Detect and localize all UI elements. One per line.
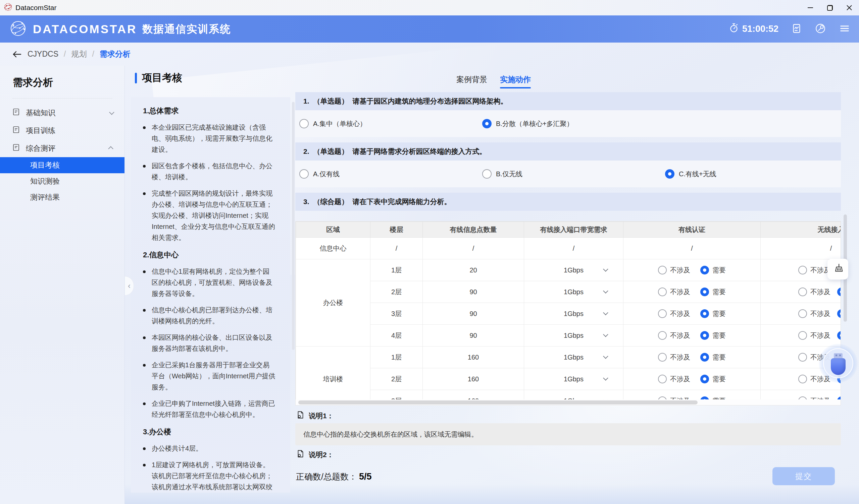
close-icon (846, 5, 852, 11)
timer-value: 51:00:52 (742, 24, 779, 34)
wireless-option-na[interactable]: 不涉及 (798, 331, 830, 340)
wireless-radio-group: 不涉及 (761, 309, 841, 318)
auth-option-na[interactable]: 不涉及 (658, 331, 690, 340)
case-bullet: 企业已采购1台服务器用于部署企业交易平台（Web网站），面向Internet用户… (143, 360, 275, 393)
question-2-options: A.仅有线 B.仅无线 C.有线+无线 (295, 160, 841, 187)
wireless-option-required[interactable] (837, 331, 841, 340)
area-cell: 信息中心 (296, 238, 371, 259)
sidebar-item-evaluation[interactable]: 综合测评 (0, 139, 124, 157)
bandwidth-select[interactable]: 1Gbps (524, 281, 623, 303)
sidebar-item-basics[interactable]: 基础知识 (0, 104, 124, 122)
product-name: 数据通信实训系统 (142, 22, 231, 36)
radio-unselected-icon (658, 375, 667, 383)
wireless-option-required[interactable] (837, 287, 841, 296)
tab-active-underline (500, 87, 531, 89)
question-1-header: 1.（单选题）请基于园区内建筑的地理分布选择园区网络架构。 (295, 92, 841, 110)
col-area: 区域 (296, 222, 371, 238)
back-arrow-icon[interactable] (12, 50, 22, 58)
chevron-down-icon (603, 375, 608, 381)
sidebar-item-project-training[interactable]: 项目训练 (0, 122, 124, 139)
radio-selected-icon (837, 331, 841, 340)
sidebar-item-label: 项目训练 (26, 126, 55, 136)
auth-option-required[interactable]: 需要 (700, 287, 726, 297)
breadcrumb-item-cjydcs[interactable]: CJYDCS (28, 50, 58, 59)
radio-unselected-icon (658, 287, 667, 296)
wireless-radio-group: 不涉及 (761, 331, 841, 340)
app-logo-icon (3, 2, 13, 13)
q1-option-a[interactable]: A.集中（单核心） (299, 119, 482, 128)
radio-unselected-icon (798, 309, 807, 318)
auth-option-required[interactable]: 需要 (700, 331, 726, 340)
usb-tool-widget[interactable] (819, 344, 858, 383)
auth-option-na[interactable]: 不涉及 (658, 353, 690, 362)
auth-option-required[interactable]: 需要 (700, 309, 726, 318)
auth-option-required[interactable]: 需要 (700, 375, 726, 384)
chevron-down-icon (603, 266, 608, 272)
case-bullet: 办公楼共计4层。 (143, 443, 275, 454)
scrollbar-thumb[interactable] (298, 400, 698, 405)
note1-label: 说明1： (296, 410, 334, 421)
maximize-button[interactable] (820, 0, 840, 15)
radio-selected-icon (837, 309, 841, 318)
breadcrumb-item-planning[interactable]: 规划 (71, 49, 87, 59)
radio-unselected-icon (299, 169, 309, 178)
q2-option-a[interactable]: A.仅有线 (299, 169, 482, 178)
wrench-icon[interactable] (815, 23, 826, 35)
radio-selected-icon (700, 309, 709, 318)
radio-unselected-icon (798, 287, 807, 296)
case-description-panel: 1.总体需求 本企业园区已完成基础设施建设（含强电、弱电系统），现需开展数字与信… (131, 97, 290, 493)
bandwidth-select[interactable]: 1Gbps (524, 259, 623, 281)
broom-icon (832, 263, 844, 275)
note2-label: 说明2： (296, 450, 334, 460)
radio-unselected-icon (658, 353, 667, 362)
clear-broom-button[interactable] (827, 259, 848, 280)
tab-implementation[interactable]: 实施动作 (500, 74, 531, 89)
app-header: DATACOMSTAR 数据通信实训系统 51:00:52 (0, 15, 859, 43)
table-row: 2层 90 1Gbps 不涉及需要 不涉及 (296, 281, 841, 303)
sidebar-subitem-evaluation-result[interactable]: 测评结果 (0, 189, 124, 205)
wireless-option-na[interactable]: 不涉及 (798, 309, 830, 318)
bandwidth-select[interactable]: 1Gbps (524, 368, 623, 390)
bandwidth-select[interactable]: 1Gbps (524, 347, 623, 368)
bandwidth-select[interactable]: 1Gbps (524, 303, 623, 325)
area-cell: 培训楼 (296, 347, 371, 406)
breadcrumb-separator: / (92, 50, 94, 59)
col-wired-points: 有线信息点数量 (423, 222, 524, 238)
main-content: 项目考核 案例背景 实施动作 1.总体需求 本企业园区已完成基础设施建设（含强电… (125, 66, 859, 504)
auth-option-na[interactable]: 不涉及 (658, 287, 690, 297)
note1-content: 信息中心指的是核心交换机所在的区域，该区域无需编辑。 (295, 423, 841, 445)
titlebar: DatacomStar (0, 0, 859, 15)
auth-option-na[interactable]: 不涉及 (658, 266, 690, 275)
case-bullet: 信息中心1层有网络机房，定位为整个园区的核心机房，可放置机柜、网络设备及服务器等… (143, 266, 275, 299)
report-icon[interactable] (791, 23, 802, 35)
auth-option-required[interactable]: 需要 (700, 353, 726, 362)
wireless-option-na[interactable]: 不涉及 (798, 266, 830, 275)
table-row: 培训楼 1层 160 1Gbps 不涉及需要 不涉及 (296, 347, 841, 368)
q2-option-b[interactable]: B.仅无线 (482, 169, 665, 178)
radio-unselected-icon (798, 266, 807, 274)
case-panel-scrollbar[interactable] (292, 102, 295, 350)
submit-button[interactable]: 提交 (772, 467, 835, 485)
score-value: 5/5 (359, 472, 372, 482)
bandwidth-select[interactable]: 1Gbps (524, 325, 623, 347)
page-head: 项目考核 (135, 71, 182, 85)
page-title: 项目考核 (142, 71, 182, 85)
q2-option-c[interactable]: C.有线+无线 (665, 169, 845, 178)
tab-case-background[interactable]: 案例背景 (456, 74, 487, 89)
title-accent-bar (135, 73, 137, 83)
table-row: 办公楼 1层 20 1Gbps 不涉及需要 不涉及 (296, 259, 841, 281)
sidebar-subitem-knowledge-quiz[interactable]: 知识测验 (0, 173, 124, 189)
table-row: 3层 90 1Gbps 不涉及需要 不涉及 (296, 303, 841, 325)
minimize-button[interactable] (801, 0, 820, 15)
menu-list-icon[interactable] (839, 23, 850, 35)
close-button[interactable] (840, 0, 859, 15)
radio-selected-icon (837, 287, 841, 296)
radio-unselected-icon (299, 119, 309, 128)
auth-option-required[interactable]: 需要 (700, 266, 726, 275)
wireless-option-required[interactable] (837, 309, 841, 318)
auth-option-na[interactable]: 不涉及 (658, 375, 690, 384)
auth-option-na[interactable]: 不涉及 (658, 309, 690, 318)
wireless-option-na[interactable]: 不涉及 (798, 287, 830, 297)
q1-option-b[interactable]: B.分散（单核心+多汇聚） (482, 119, 665, 128)
sidebar-subitem-project-assessment[interactable]: 项目考核 (0, 157, 124, 173)
